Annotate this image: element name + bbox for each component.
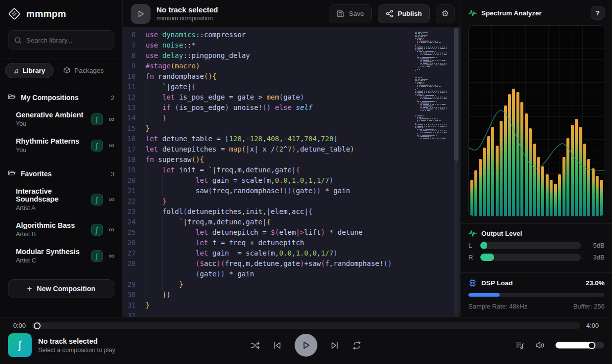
repeat-button[interactable]	[352, 341, 361, 350]
time-current: 0:00	[8, 322, 26, 329]
meter-label: R	[468, 254, 475, 261]
gem-logo-icon	[8, 7, 21, 20]
time-total: 4:00	[586, 322, 604, 329]
transport-controls	[251, 334, 361, 357]
item-subtitle: Artist B	[16, 231, 91, 238]
code-line: 7use noise::*	[123, 40, 460, 51]
now-playing-title: No track selected	[38, 337, 115, 345]
code-line: 10fn randomphase(){	[123, 71, 460, 82]
meter-label: L	[468, 242, 475, 249]
section-favorites[interactable]: Favorites 3	[0, 165, 122, 182]
tab-library-label: Library	[23, 67, 46, 74]
mimium-badge-icon: ∫	[91, 250, 103, 262]
code-line: (gate)) * gain	[123, 269, 460, 279]
infinity-icon: ∞	[109, 252, 114, 260]
editor-minimap[interactable]	[415, 32, 448, 139]
share-icon	[386, 10, 393, 17]
code-line: 12let is_pos_edge = gate > mem(gate)	[123, 92, 460, 103]
sidebar-tabs: ♫ Library Packages	[0, 58, 122, 83]
play-button[interactable]	[295, 334, 317, 357]
list-item-generative-ambient[interactable]: Generative Ambient You ∫ ∞	[0, 106, 122, 132]
code-line: 13if (is_pos_edge) unoise!() else self	[123, 103, 460, 113]
publish-button[interactable]: Publish	[378, 4, 430, 23]
section-count: 3	[111, 170, 114, 178]
search-input[interactable]	[26, 37, 114, 44]
shuffle-button[interactable]	[251, 341, 260, 350]
section-title: My Compositions	[21, 94, 106, 102]
editor-topbar: No track selected mimium composition Sav…	[123, 0, 460, 28]
volume-icon[interactable]	[535, 341, 545, 350]
previous-track-button[interactable]	[273, 341, 282, 350]
waveform-icon	[468, 9, 477, 17]
queue-button[interactable]	[515, 341, 524, 349]
item-subtitle: You	[16, 120, 91, 127]
section-my-compositions[interactable]: My Compositions 2	[0, 89, 122, 106]
scrollbar-thumb[interactable]	[454, 28, 459, 161]
brand-title: mmmpm	[26, 8, 66, 19]
album-cover: ∫	[8, 333, 32, 357]
seek-bar[interactable]	[32, 322, 580, 329]
volume-handle[interactable]	[588, 342, 595, 349]
infinity-icon: ∞	[109, 142, 114, 150]
code-editor[interactable]: 6use dynamics::compressor7use noise::*8u…	[123, 28, 460, 317]
cpu-icon	[468, 279, 477, 287]
settings-button[interactable]: ⚙	[436, 4, 455, 23]
meter-right: R 3dB	[468, 254, 605, 261]
mimium-badge-icon: ∫	[91, 113, 103, 125]
list-item-modular-synthesis[interactable]: Modular Synthesis Artist C ∫ ∞	[0, 243, 122, 269]
output-level-title: Output Level	[481, 230, 605, 237]
dsp-load-value: 23.0%	[586, 279, 605, 287]
new-composition-label: New Composition	[37, 285, 95, 293]
item-subtitle: Artist C	[16, 257, 91, 264]
music-note-icon: ♫	[13, 67, 19, 74]
mimium-badge-icon: ∫	[91, 224, 103, 236]
item-title: Interactive Soundscape	[16, 187, 91, 203]
code-line: 11`|gate|{	[123, 82, 460, 92]
code-line: 21saw(freq,randomphase!()(gate)) * gain	[123, 186, 460, 196]
preview-play-button[interactable]	[131, 4, 151, 24]
meter-left: L 5dB	[468, 242, 605, 249]
code-line: 30})	[123, 290, 460, 300]
publish-label: Publish	[398, 10, 422, 17]
library-list: My Compositions 2 Generative Ambient You…	[0, 83, 122, 279]
player-right-controls	[515, 341, 604, 350]
folder-icon	[8, 169, 16, 178]
item-subtitle: Artist A	[16, 205, 91, 211]
sample-rate: Sample Rate: 48kHz	[468, 303, 527, 310]
list-item-algorithmic-bass[interactable]: Algorithmic Bass Artist B ∫ ∞	[0, 216, 122, 243]
item-title: Rhythmic Patterns	[16, 137, 91, 145]
mimium-badge-icon: ∫	[91, 194, 103, 206]
tab-packages[interactable]: Packages	[55, 63, 111, 78]
track-title: No track selected	[156, 5, 323, 14]
waveform-icon	[468, 230, 477, 237]
code-line: 32	[123, 311, 460, 317]
list-item-interactive-soundscape[interactable]: Interactive Soundscape Artist A ∫ ∞	[0, 182, 122, 216]
list-item-rhythmic-patterns[interactable]: Rhythmic Patterns You ∫ ∞	[0, 132, 122, 158]
mimium-glyph-icon: ∫	[18, 339, 21, 352]
code-line: 8use delay::pingpong_delay	[123, 51, 460, 61]
code-line: 15}	[123, 123, 460, 134]
code-line: 14}	[123, 113, 460, 123]
search-box[interactable]	[8, 30, 114, 50]
plus-icon: +	[27, 284, 32, 294]
next-track-button[interactable]	[330, 341, 339, 350]
tab-library[interactable]: ♫ Library	[5, 63, 53, 78]
meter-value: 5dB	[586, 242, 605, 249]
volume-slider[interactable]	[556, 342, 604, 349]
code-line: 28($acc)(freq,m,detune,gate)+saw(f,rando…	[123, 259, 460, 269]
item-title: Modular Synthesis	[16, 248, 91, 256]
save-button[interactable]: Save	[329, 4, 372, 23]
seek-handle[interactable]	[34, 322, 41, 329]
code-line: 31}	[123, 300, 460, 311]
play-icon	[137, 10, 145, 18]
new-composition-button[interactable]: + New Composition	[8, 279, 114, 298]
editor-scrollbar[interactable]	[454, 28, 459, 317]
brand-header: mmmpm	[0, 0, 122, 25]
code-line: 23foldl(detunepitches,init,|elem,acc|{	[123, 207, 460, 217]
gear-icon: ⚙	[441, 8, 449, 19]
tab-packages-label: Packages	[74, 67, 103, 74]
dsp-load-bar	[468, 293, 605, 297]
code-line: 29}	[123, 279, 460, 290]
help-button[interactable]: ?	[591, 6, 605, 20]
code-line: 16let detune_table = [128,-128,408,-417,…	[123, 134, 460, 144]
